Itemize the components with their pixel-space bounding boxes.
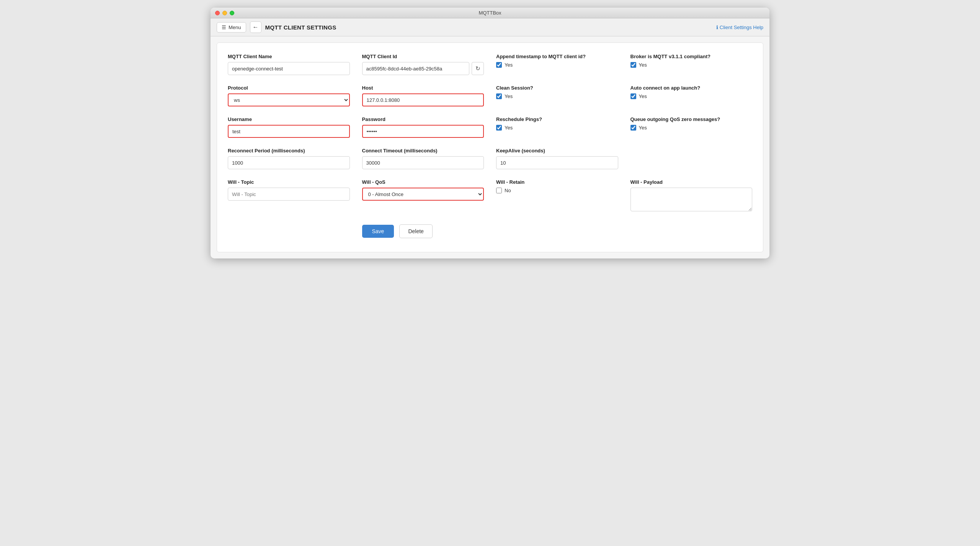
back-button[interactable]: ←: [250, 21, 261, 33]
clean-session-checkbox[interactable]: [496, 93, 502, 99]
refresh-client-id-button[interactable]: ↻: [472, 62, 484, 75]
main-window: MQTTBox ☰ Menu ← MQTT CLIENT SETTINGS ℹ …: [211, 8, 769, 258]
host-input[interactable]: [362, 93, 484, 106]
username-group: Username: [228, 116, 350, 138]
row-6: Save Delete: [228, 224, 752, 238]
mqtt-client-id-label: MQTT Client Id: [362, 54, 484, 59]
keepalive-input[interactable]: [496, 156, 618, 169]
password-label: Password: [362, 116, 484, 122]
reconnect-period-label: Reconnect Period (milliseconds): [228, 148, 350, 154]
broker-compliant-row: Yes: [630, 62, 753, 68]
queue-outgoing-checkbox[interactable]: [630, 125, 636, 131]
mqtt-client-name-label: MQTT Client Name: [228, 54, 350, 59]
mqtt-client-id-row: ↻: [362, 62, 484, 75]
reschedule-pings-label: Reschedule Pings?: [496, 116, 618, 122]
auto-connect-checkbox[interactable]: [630, 93, 636, 99]
broker-compliant-label: Broker is MQTT v3.1.1 compliant?: [630, 54, 753, 59]
help-link[interactable]: ℹ Client Settings Help: [716, 25, 763, 30]
auto-connect-label: Auto connect on app launch?: [630, 85, 753, 91]
delete-button[interactable]: Delete: [399, 224, 432, 238]
auto-connect-row: Yes: [630, 93, 753, 99]
help-label: Client Settings Help: [720, 25, 763, 30]
reconnect-period-group: Reconnect Period (milliseconds): [228, 148, 350, 169]
row-2: Protocol ws wss mqtt mqtts Host Clean Se…: [228, 85, 752, 115]
will-retain-no: No: [505, 188, 511, 193]
append-timestamp-row: Yes: [496, 62, 618, 68]
queue-outgoing-group: Queue outgoing QoS zero messages? Yes: [630, 116, 753, 138]
password-group: Password: [362, 116, 484, 138]
minimize-button[interactable]: [222, 11, 227, 15]
host-label: Host: [362, 85, 484, 91]
username-input[interactable]: [228, 125, 350, 138]
will-payload-input[interactable]: [630, 188, 753, 211]
queue-outgoing-yes: Yes: [639, 125, 647, 131]
menu-button[interactable]: ☰ Menu: [217, 22, 246, 33]
auto-connect-yes: Yes: [639, 93, 647, 99]
titlebar: MQTTBox: [211, 8, 769, 18]
will-qos-select[interactable]: 0 - Almost Once 1 - At Least Once 2 - Ex…: [362, 188, 484, 201]
window-title: MQTTBox: [479, 10, 501, 16]
toolbar: ☰ Menu ← MQTT CLIENT SETTINGS ℹ Client S…: [211, 18, 769, 36]
broker-compliant-yes: Yes: [639, 62, 647, 68]
maximize-button[interactable]: [230, 11, 234, 15]
reschedule-pings-checkbox[interactable]: [496, 125, 502, 131]
reschedule-pings-group: Reschedule Pings? Yes: [496, 116, 618, 138]
row-1: MQTT Client Name MQTT Client Id ↻ Append…: [228, 54, 752, 83]
row-5: Will - Topic Will - QoS 0 - Almost Once …: [228, 179, 752, 220]
connect-timeout-label: Connect Timeout (milliseconds): [362, 148, 484, 154]
will-retain-checkbox[interactable]: [496, 188, 502, 193]
toolbar-left: ☰ Menu ← MQTT CLIENT SETTINGS: [217, 21, 336, 33]
broker-compliant-checkbox[interactable]: [630, 62, 636, 68]
append-timestamp-checkbox[interactable]: [496, 62, 502, 68]
append-timestamp-label: Append timestamp to MQTT client id?: [496, 54, 618, 59]
clean-session-group: Clean Session? Yes: [496, 85, 618, 106]
will-retain-group: Will - Retain No: [496, 179, 618, 211]
clean-session-label: Clean Session?: [496, 85, 618, 91]
password-input[interactable]: [362, 125, 484, 138]
refresh-icon: ↻: [475, 65, 480, 72]
keepalive-label: KeepAlive (seconds): [496, 148, 618, 154]
protocol-group: Protocol ws wss mqtt mqtts: [228, 85, 350, 106]
append-timestamp-yes: Yes: [505, 62, 513, 68]
clean-session-yes: Yes: [505, 93, 513, 99]
protocol-select[interactable]: ws wss mqtt mqtts: [228, 93, 350, 106]
close-button[interactable]: [215, 11, 220, 15]
will-topic-input[interactable]: [228, 188, 350, 201]
connect-timeout-group: Connect Timeout (milliseconds): [362, 148, 484, 169]
keepalive-group: KeepAlive (seconds): [496, 148, 618, 169]
reschedule-pings-row: Yes: [496, 125, 618, 131]
mqtt-client-name-input[interactable]: [228, 62, 350, 75]
will-qos-label: Will - QoS: [362, 179, 484, 185]
will-retain-label: Will - Retain: [496, 179, 618, 185]
will-retain-row: No: [496, 188, 618, 193]
queue-outgoing-row: Yes: [630, 125, 753, 131]
settings-content: MQTT Client Name MQTT Client Id ↻ Append…: [217, 43, 763, 252]
will-payload-label: Will - Payload: [630, 179, 753, 185]
hamburger-icon: ☰: [222, 25, 226, 30]
menu-label: Menu: [229, 25, 241, 30]
reconnect-period-input[interactable]: [228, 156, 350, 169]
broker-compliant-group: Broker is MQTT v3.1.1 compliant? Yes: [630, 54, 753, 75]
row-4: Reconnect Period (milliseconds) Connect …: [228, 148, 752, 178]
will-topic-label: Will - Topic: [228, 179, 350, 185]
host-group: Host: [362, 85, 484, 106]
queue-outgoing-label: Queue outgoing QoS zero messages?: [630, 116, 753, 122]
protocol-label: Protocol: [228, 85, 350, 91]
append-timestamp-group: Append timestamp to MQTT client id? Yes: [496, 54, 618, 75]
will-qos-group: Will - QoS 0 - Almost Once 1 - At Least …: [362, 179, 484, 211]
will-topic-group: Will - Topic: [228, 179, 350, 211]
info-icon: ℹ: [716, 25, 718, 30]
auto-connect-group: Auto connect on app launch? Yes: [630, 85, 753, 106]
mqtt-client-name-group: MQTT Client Name: [228, 54, 350, 75]
traffic-lights: [215, 11, 234, 15]
mqtt-client-id-group: MQTT Client Id ↻: [362, 54, 484, 75]
mqtt-client-id-input[interactable]: [362, 62, 470, 75]
buttons-group: Save Delete: [362, 224, 484, 238]
row-3: Username Password Reschedule Pings? Yes …: [228, 116, 752, 146]
connect-timeout-input[interactable]: [362, 156, 484, 169]
reschedule-pings-yes: Yes: [505, 125, 513, 131]
will-payload-group: Will - Payload: [630, 179, 753, 211]
save-button[interactable]: Save: [362, 225, 394, 238]
back-icon: ←: [253, 24, 259, 31]
page-title: MQTT CLIENT SETTINGS: [265, 24, 336, 31]
